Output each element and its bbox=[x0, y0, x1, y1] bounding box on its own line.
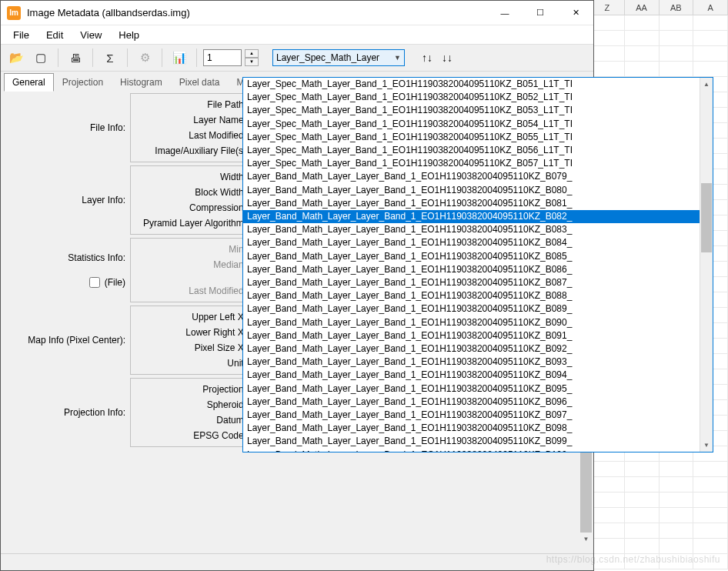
file-checkbox-row[interactable]: (File) bbox=[35, 277, 125, 288]
dropdown-item[interactable]: Layer_Band_Math_Layer_Layer_Band_1_EO1H1… bbox=[243, 210, 713, 223]
new-icon[interactable]: ▢ bbox=[30, 47, 52, 68]
layer-info-label: Layer Info: bbox=[7, 165, 130, 235]
tab-general[interactable]: General bbox=[4, 73, 54, 92]
gear-icon[interactable]: ⚙ bbox=[134, 47, 155, 68]
dropdown-item[interactable]: Layer_Band_Math_Layer_Layer_Band_1_EO1H1… bbox=[243, 435, 713, 448]
sort-down-icon[interactable]: ↓↓ bbox=[439, 49, 456, 66]
spreadsheet-row[interactable] bbox=[590, 31, 728, 46]
dropdown-item[interactable]: Layer_Spec_Math_Layer_Band_1_EO1H1190382… bbox=[243, 157, 713, 170]
dropdown-item[interactable]: Layer_Band_Math_Layer_Layer_Band_1_EO1H1… bbox=[243, 316, 713, 329]
layer-spinner[interactable]: ▲▼ bbox=[245, 49, 259, 66]
spreadsheet-row[interactable] bbox=[590, 46, 728, 62]
dropdown-item[interactable]: Layer_Band_Math_Layer_Layer_Band_1_EO1H1… bbox=[243, 236, 713, 249]
dropdown-item[interactable]: Layer_Band_Math_Layer_Layer_Band_1_EO1H1… bbox=[243, 289, 713, 302]
dropdown-item[interactable]: Layer_Band_Math_Layer_Layer_Band_1_EO1H1… bbox=[243, 369, 713, 382]
last-modified-label: Last Modified: bbox=[137, 128, 252, 143]
column-header[interactable]: AB bbox=[660, 0, 694, 15]
scroll-down-icon[interactable]: ▼ bbox=[700, 439, 713, 452]
titlebar[interactable]: Im Image Metadata (allbandserdas.img) — … bbox=[1, 1, 593, 25]
spreadsheet-row[interactable] bbox=[590, 508, 728, 523]
toolbar: 📂 ▢ 🖶 Σ ⚙ 📊 ▲▼ Layer_Spec_Math_Layer ▼ ↑… bbox=[1, 44, 593, 72]
layer-select-value: Layer_Spec_Math_Layer bbox=[276, 52, 394, 63]
dropdown-item[interactable]: Layer_Band_Math_Layer_Layer_Band_1_EO1H1… bbox=[243, 263, 713, 276]
sigma-icon[interactable]: Σ bbox=[99, 47, 121, 68]
column-header[interactable]: A bbox=[693, 0, 728, 15]
spheroid-label: Spheroid: bbox=[137, 397, 252, 412]
layer-name-label: Layer Name: bbox=[137, 112, 252, 128]
dropdown-item[interactable]: Layer_Band_Math_Layer_Layer_Band_1_EO1H1… bbox=[243, 342, 713, 356]
dropdown-item[interactable]: Layer_Spec_Math_Layer_Band_1_EO1H1190382… bbox=[243, 131, 713, 144]
separator bbox=[196, 48, 197, 67]
median-label: Median: bbox=[137, 257, 252, 272]
block-width-label: Block Width: bbox=[137, 185, 252, 200]
layer-dropdown-list[interactable]: Layer_Spec_Math_Layer_Band_1_EO1H1190382… bbox=[242, 77, 713, 452]
tab-pixel-data[interactable]: Pixel data bbox=[171, 73, 229, 92]
close-button[interactable]: ✕ bbox=[558, 1, 593, 25]
compression-label: Compression: bbox=[137, 200, 252, 215]
layer-select-dropdown[interactable]: Layer_Spec_Math_Layer ▼ bbox=[272, 49, 405, 66]
layer-number-input[interactable] bbox=[203, 49, 242, 66]
file-path-label: File Path: bbox=[137, 97, 252, 112]
unit-label: Unit: bbox=[137, 356, 252, 371]
spreadsheet-row[interactable] bbox=[590, 493, 728, 508]
dropdown-item[interactable]: Layer_Spec_Math_Layer_Band_1_EO1H1190382… bbox=[243, 118, 713, 131]
dropdown-item[interactable]: Layer_Spec_Math_Layer_Band_1_EO1H1190382… bbox=[243, 104, 713, 117]
menu-edit[interactable]: Edit bbox=[38, 28, 71, 42]
stats-last-modified-label: Last Modified: bbox=[137, 283, 252, 299]
print-icon[interactable]: 🖶 bbox=[65, 47, 86, 68]
spreadsheet-row[interactable] bbox=[590, 462, 728, 477]
scroll-down-icon[interactable]: ▼ bbox=[579, 533, 593, 546]
menu-view[interactable]: View bbox=[72, 28, 109, 42]
dropdown-item[interactable]: Layer_Band_Math_Layer_Layer_Band_1_EO1H1… bbox=[243, 329, 713, 342]
maximize-button[interactable]: ☐ bbox=[523, 1, 558, 25]
aux-files-label: Image/Auxiliary File(s) bbox=[137, 143, 252, 159]
menu-file[interactable]: File bbox=[5, 28, 37, 42]
separator bbox=[58, 48, 58, 67]
projection-info-label: Projection Info: bbox=[7, 378, 130, 447]
dropdown-item[interactable]: Layer_Band_Math_Layer_Layer_Band_1_EO1H1… bbox=[243, 223, 713, 236]
file-checkbox[interactable] bbox=[89, 277, 100, 288]
minimize-button[interactable]: — bbox=[487, 1, 523, 25]
dropdown-item[interactable]: Layer_Band_Math_Layer_Layer_Band_1_EO1H1… bbox=[243, 197, 713, 210]
dropdown-item[interactable]: Layer_Band_Math_Layer_Layer_Band_1_EO1H1… bbox=[243, 356, 713, 369]
spreadsheet-row[interactable] bbox=[590, 15, 728, 31]
menu-help[interactable]: Help bbox=[111, 28, 147, 42]
column-header[interactable]: AA bbox=[625, 0, 660, 15]
dropdown-item[interactable]: Layer_Band_Math_Layer_Layer_Band_1_EO1H1… bbox=[243, 276, 713, 289]
dropdown-item[interactable]: Layer_Spec_Math_Layer_Band_1_EO1H1190382… bbox=[243, 78, 713, 91]
spreadsheet-row[interactable] bbox=[590, 62, 728, 77]
pixel-size-label: Pixel Size X: bbox=[137, 340, 252, 356]
column-header[interactable]: Z bbox=[590, 0, 625, 15]
scroll-up-icon[interactable]: ▲ bbox=[700, 78, 713, 91]
tab-projection[interactable]: Projection bbox=[54, 73, 112, 92]
dropdown-item[interactable]: Layer_Band_Math_Layer_Layer_Band_1_EO1H1… bbox=[243, 250, 713, 263]
status-bar bbox=[1, 553, 593, 570]
spreadsheet-row[interactable] bbox=[590, 539, 728, 554]
spreadsheet-row[interactable] bbox=[590, 477, 728, 493]
pyramid-label: Pyramid Layer Algorithm: bbox=[137, 215, 252, 231]
dropdown-item[interactable]: Layer_Band_Math_Layer_Layer_Band_1_EO1H1… bbox=[243, 449, 713, 452]
sort-up-icon[interactable]: ↑↓ bbox=[419, 49, 436, 66]
lrx-label: Lower Right X: bbox=[137, 325, 252, 340]
window-title: Image Metadata (allbandserdas.img) bbox=[27, 7, 487, 18]
open-icon[interactable]: 📂 bbox=[5, 47, 27, 68]
file-info-label: File Info: bbox=[7, 93, 130, 162]
dropdown-item[interactable]: Layer_Band_Math_Layer_Layer_Band_1_EO1H1… bbox=[243, 409, 713, 422]
tab-histogram[interactable]: Histogram bbox=[112, 73, 171, 92]
dropdown-scrollbar[interactable]: ▲ ▼ bbox=[700, 78, 713, 452]
dropdown-item[interactable]: Layer_Band_Math_Layer_Layer_Band_1_EO1H1… bbox=[243, 302, 713, 316]
menubar: File Edit View Help bbox=[1, 25, 593, 44]
dropdown-item[interactable]: Layer_Band_Math_Layer_Layer_Band_1_EO1H1… bbox=[243, 422, 713, 435]
dropdown-item[interactable]: Layer_Band_Math_Layer_Layer_Band_1_EO1H1… bbox=[243, 382, 713, 396]
dropdown-item[interactable]: Layer_Band_Math_Layer_Layer_Band_1_EO1H1… bbox=[243, 184, 713, 197]
dropdown-item[interactable]: Layer_Spec_Math_Layer_Band_1_EO1H1190382… bbox=[243, 144, 713, 157]
dropdown-item[interactable]: Layer_Spec_Math_Layer_Band_1_EO1H1190382… bbox=[243, 91, 713, 104]
projection-label: Projection: bbox=[137, 382, 252, 397]
dropdown-item[interactable]: Layer_Band_Math_Layer_Layer_Band_1_EO1H1… bbox=[243, 396, 713, 409]
dropdown-item[interactable]: Layer_Band_Math_Layer_Layer_Band_1_EO1H1… bbox=[243, 170, 713, 183]
file-checkbox-label: (File) bbox=[105, 277, 125, 288]
spreadsheet-row[interactable] bbox=[590, 523, 728, 539]
scroll-thumb[interactable] bbox=[701, 183, 712, 252]
epsg-label: EPSG Code: bbox=[137, 428, 252, 443]
histogram-bars-icon[interactable]: 📊 bbox=[169, 47, 190, 68]
